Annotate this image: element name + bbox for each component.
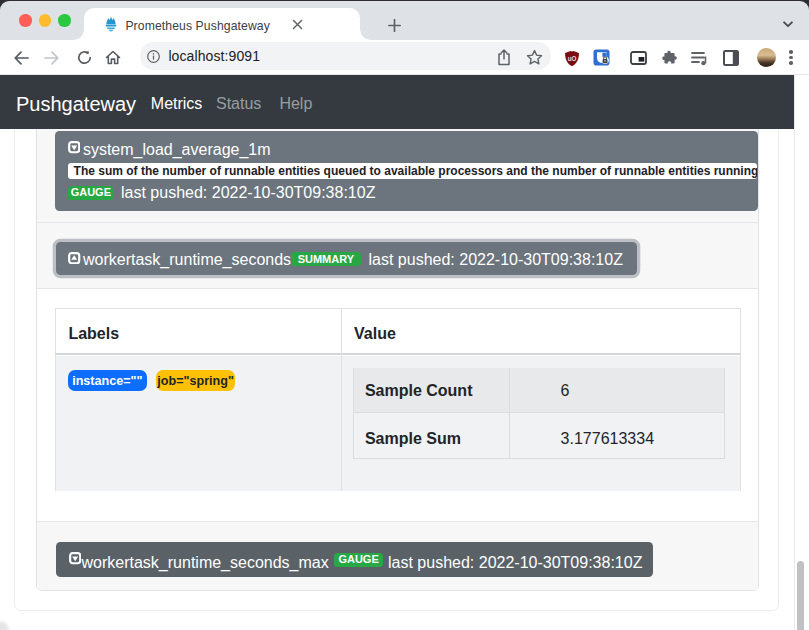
svg-text:uO: uO (568, 54, 577, 61)
